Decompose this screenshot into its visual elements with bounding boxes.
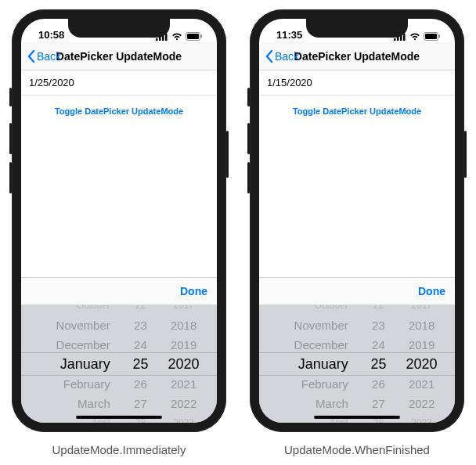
done-button[interactable]: Done [180,285,207,297]
picker-item[interactable]: 2018 [171,315,197,335]
picker-item[interactable]: December [294,335,348,355]
picker-item[interactable]: December [56,335,110,355]
picker-item[interactable]: 2021 [409,374,435,394]
side-button [247,162,250,193]
picker-item-selected[interactable]: 2020 [168,355,200,374]
done-button[interactable]: Done [418,285,445,297]
side-button [247,88,250,106]
picker-item[interactable]: 23 [134,315,147,335]
picker-item[interactable]: 22 [135,305,146,315]
picker-column-year[interactable]: 2017 2018 2019 2020 2021 2022 2023 [158,305,209,423]
picker-item[interactable]: 2019 [409,335,435,355]
picker-item-selected[interactable]: January [298,355,348,374]
picker-item[interactable]: March [78,394,110,413]
picker-column-month[interactable]: October November December January Februa… [29,305,123,423]
picker-column-year[interactable]: 2017 2018 2019 2020 2021 2022 2023 [396,305,447,423]
svg-rect-12 [425,34,437,39]
picker-item[interactable]: 2018 [409,315,435,335]
nav-bar: Back DatePicker UpdateMode [259,42,455,70]
picker-item[interactable]: 24 [134,335,147,355]
picker-item[interactable]: 27 [134,394,147,413]
battery-icon [424,32,441,41]
toggle-updatemode-button[interactable]: Toggle DatePicker UpdateMode [259,96,455,127]
picker-item[interactable]: 26 [372,374,385,394]
date-picker[interactable]: October November December January Februa… [259,305,455,423]
wifi-icon [409,33,420,41]
picker-item[interactable]: 2021 [171,374,197,394]
side-button [464,131,467,178]
side-button [226,131,229,178]
status-time: 10:58 [38,29,64,41]
picker-item[interactable]: November [56,315,110,335]
side-button [9,123,12,154]
picker-item[interactable]: 23 [372,315,385,335]
svg-rect-7 [394,38,396,41]
side-button [247,123,250,154]
status-time: 11:35 [276,29,302,41]
date-field[interactable]: 1/15/2020 [259,70,455,96]
screen: 11:35 Back DatePicker UpdateMode 1/15/20… [259,19,455,423]
picker-item[interactable]: 2023 [173,413,194,424]
picker-item[interactable]: 2023 [411,413,432,424]
picker-item[interactable]: February [63,374,110,394]
side-button [9,88,12,106]
content-area: 1/25/2020 Toggle DatePicker UpdateMode [21,70,217,277]
content-area: 1/15/2020 Toggle DatePicker UpdateMode [259,70,455,277]
date-field[interactable]: 1/25/2020 [21,70,217,96]
svg-rect-0 [156,38,158,41]
input-accessory-bar: Done [21,277,217,305]
svg-rect-13 [439,35,441,38]
input-accessory-bar: Done [259,277,455,305]
svg-rect-5 [187,34,199,39]
date-picker[interactable]: October November December January Februa… [21,305,217,423]
picker-column-month[interactable]: October November December January Februa… [267,305,361,423]
device-frame-right: 11:35 Back DatePicker UpdateMode 1/15/20… [250,9,464,432]
picker-item-selected[interactable]: 2020 [406,355,438,374]
picker-item-selected[interactable]: January [60,355,110,374]
caption-right: UpdateMode.WhenFinished [284,443,430,456]
side-button [9,162,12,193]
back-button[interactable]: Back [26,49,61,63]
battery-icon [186,32,203,41]
picker-column-day[interactable]: 22 23 24 25 26 27 28 [361,305,396,423]
picker-item[interactable]: 2017 [173,305,194,315]
picker-item[interactable]: 2022 [409,394,435,413]
chevron-left-icon [264,49,275,63]
picker-item[interactable]: October [315,305,348,315]
home-indicator[interactable] [314,416,400,419]
notch [68,19,170,38]
picker-item[interactable]: 24 [372,335,385,355]
picker-item[interactable]: November [294,315,348,335]
picker-item[interactable]: 22 [373,305,384,315]
svg-rect-6 [201,35,203,38]
picker-item[interactable]: March [316,394,348,413]
wifi-icon [171,33,182,41]
back-label: Back [37,50,61,63]
picker-item[interactable]: 2017 [411,305,432,315]
picker-item-selected[interactable]: 25 [132,355,148,374]
caption-left: UpdateMode.Immediately [52,443,186,456]
picker-item[interactable]: 2019 [171,335,197,355]
picker-item[interactable]: October [77,305,110,315]
notch [306,19,408,38]
device-frame-left: 10:58 Back DatePicker UpdateMode 1/25/20… [12,9,226,432]
picker-item[interactable]: February [301,374,348,394]
picker-item[interactable]: 26 [134,374,147,394]
home-indicator[interactable] [76,416,162,419]
screen: 10:58 Back DatePicker UpdateMode 1/25/20… [21,19,217,423]
toggle-updatemode-button[interactable]: Toggle DatePicker UpdateMode [21,96,217,127]
picker-column-day[interactable]: 22 23 24 25 26 27 28 [123,305,158,423]
picker-item[interactable]: 2022 [171,394,197,413]
picker-item[interactable]: 27 [372,394,385,413]
chevron-left-icon [26,49,37,63]
picker-item-selected[interactable]: 25 [370,355,386,374]
back-label: Back [275,50,299,63]
nav-bar: Back DatePicker UpdateMode [21,42,217,70]
back-button[interactable]: Back [264,49,299,63]
